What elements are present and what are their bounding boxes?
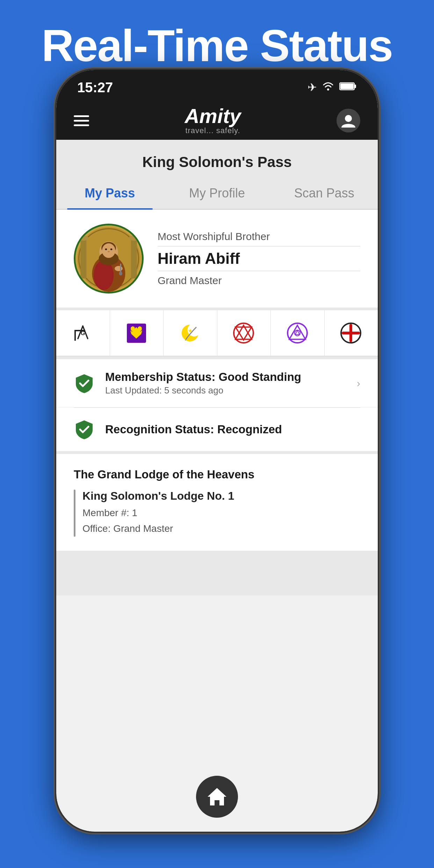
svg-point-19 (110, 248, 113, 250)
home-icon (205, 784, 229, 809)
tab-scan-pass[interactable]: Scan Pass (270, 178, 378, 209)
tab-my-profile[interactable]: My Profile (164, 178, 271, 209)
membership-status-sub: Last Updated: 5 seconds ago (105, 385, 357, 396)
symbol-allied-masonic[interactable] (271, 310, 325, 356)
shrine-icon (178, 321, 202, 345)
lodge-section: The Grand Lodge of the Heavens King Solo… (56, 454, 378, 551)
status-icons: ✈ (308, 81, 357, 94)
svg-point-10 (79, 236, 89, 241)
royal-arch-icon (232, 321, 256, 345)
symbol-royal-arch[interactable] (217, 310, 271, 356)
hamburger-menu-button[interactable] (74, 115, 89, 126)
airplane-icon: ✈ (308, 81, 317, 94)
app-logo: Amity travel... safely. (185, 106, 241, 135)
square-compass-icon: G (71, 321, 95, 345)
lodge-item: King Solomon's Lodge No. 1 Member #: 1 O… (74, 490, 360, 537)
double-eagle-icon (124, 321, 149, 345)
membership-badge-icon (74, 373, 95, 394)
lodge-name: King Solomon's Lodge No. 1 (82, 490, 360, 502)
recognition-status-item[interactable]: Recognition Status: Recognized (56, 408, 378, 451)
svg-marker-33 (289, 325, 305, 339)
svg-text:G: G (81, 330, 85, 336)
lodge-bar (74, 490, 75, 537)
hamburger-line-3 (74, 124, 89, 126)
allied-masonic-icon (285, 321, 310, 345)
svg-rect-2 (354, 85, 356, 88)
phone-screen: 15:27 ✈ (56, 70, 378, 832)
page-title: King Solomon's Pass (56, 140, 378, 178)
svg-point-0 (327, 88, 329, 91)
phone-notch (161, 70, 273, 94)
membership-status-text: Membership Status: Good Standing Last Up… (105, 370, 357, 396)
svg-rect-8 (80, 239, 86, 279)
avatar-portrait (75, 224, 142, 294)
tab-my-pass[interactable]: My Pass (56, 178, 164, 209)
svg-point-4 (345, 115, 352, 122)
symbol-square-compass[interactable]: G (56, 310, 110, 356)
profile-rank-title: Most Worshipful Brother (158, 231, 360, 243)
tabs-bar: My Pass My Profile Scan Pass (56, 178, 378, 210)
app-tagline: travel... safely. (185, 126, 241, 135)
symbol-red-cross[interactable] (325, 310, 378, 356)
recognition-status-main: Recognition Status: Recognized (105, 423, 360, 436)
membership-status-main: Membership Status: Good Standing (105, 370, 357, 384)
svg-point-20 (108, 251, 110, 252)
symbols-row: G (56, 310, 378, 356)
svg-point-18 (105, 248, 107, 250)
svg-point-17 (102, 243, 115, 258)
svg-point-11 (129, 236, 139, 241)
status-chevron-icon: › (357, 377, 360, 389)
phone-frame: 15:27 ✈ (56, 70, 378, 832)
user-icon (340, 112, 357, 129)
symbol-double-eagle[interactable] (110, 310, 164, 356)
avatar (74, 224, 144, 294)
svg-marker-31 (236, 327, 252, 340)
recognition-status-text: Recognition Status: Recognized (105, 423, 360, 436)
symbol-shrine[interactable] (164, 310, 217, 356)
recognition-badge-icon (74, 419, 95, 440)
divider-1 (158, 246, 360, 246)
battery-icon (339, 81, 357, 94)
app-header: Amity travel... safely. (56, 101, 378, 140)
svg-point-34 (295, 330, 300, 336)
svg-rect-3 (340, 84, 354, 89)
app-content: King Solomon's Pass My Pass My Profile S… (56, 140, 378, 595)
profile-info: Most Worshipful Brother Hiram Abiff Gran… (158, 231, 360, 287)
lodge-office: Office: Grand Master (82, 521, 360, 537)
lodge-details: King Solomon's Lodge No. 1 Member #: 1 O… (82, 490, 360, 537)
svg-point-23 (119, 272, 122, 275)
hamburger-line-1 (74, 115, 89, 117)
profile-office: Grand Master (158, 275, 360, 287)
divider-2 (158, 271, 360, 271)
hamburger-line-2 (74, 120, 89, 122)
status-section: Membership Status: Good Standing Last Up… (56, 359, 378, 451)
status-time: 15:27 (77, 80, 113, 95)
app-name: Amity (185, 106, 241, 126)
wifi-icon (322, 81, 334, 94)
red-cross-icon (339, 321, 363, 345)
home-button[interactable] (196, 776, 238, 818)
profile-icon-button[interactable] (337, 109, 360, 132)
lodge-member-number: Member #: 1 (82, 505, 360, 521)
svg-point-21 (115, 266, 123, 271)
membership-status-item[interactable]: Membership Status: Good Standing Last Up… (56, 359, 378, 407)
svg-rect-9 (131, 239, 137, 279)
grand-lodge-title: The Grand Lodge of the Heavens (74, 468, 360, 481)
banner-title: Real-Time Status (42, 20, 392, 71)
profile-section: Most Worshipful Brother Hiram Abiff Gran… (56, 210, 378, 308)
profile-name: Hiram Abiff (158, 250, 360, 267)
